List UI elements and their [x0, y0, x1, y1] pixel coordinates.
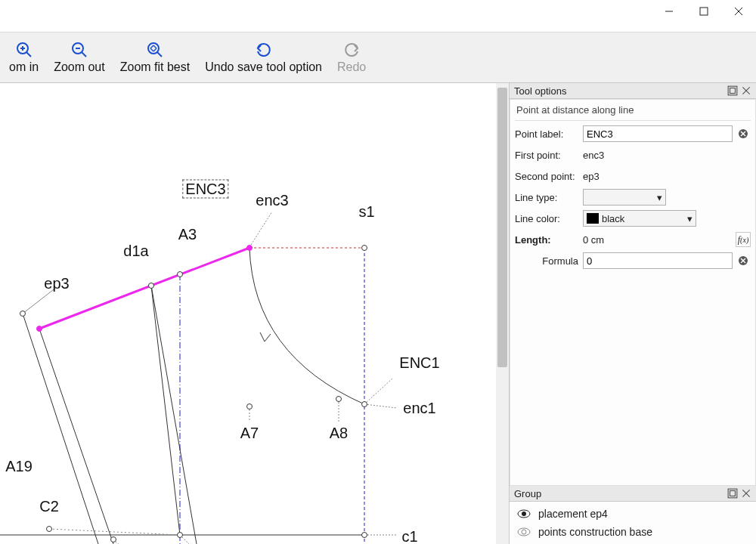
close-panel-icon[interactable] — [741, 488, 751, 499]
line-type-select[interactable]: ▾ — [583, 189, 666, 206]
formula-input[interactable] — [583, 252, 733, 269]
main-area: ENC3 enc3 s1 A3 d1a ep3 ENC1 enc1 A7 A8 … — [0, 83, 756, 544]
canvas-point[interactable] — [110, 536, 116, 542]
redo-button[interactable]: Redo — [331, 38, 372, 77]
canvas-point[interactable] — [246, 403, 253, 410]
svg-line-18 — [49, 529, 180, 535]
canvas-point[interactable] — [336, 396, 342, 402]
group-item-label: placement ep4 — [538, 508, 608, 520]
canvas-point[interactable] — [36, 326, 42, 332]
svg-point-49 — [522, 530, 526, 534]
maximize-button[interactable] — [686, 0, 721, 23]
svg-rect-43 — [730, 491, 736, 496]
second-point-value: ep3 — [583, 171, 600, 182]
svg-line-20 — [23, 314, 98, 544]
drawing-canvas[interactable]: ENC3 enc3 s1 A3 d1a ep3 ENC1 enc1 A7 A8 … — [0, 83, 509, 544]
zoom-in-icon — [15, 41, 33, 59]
first-point-value: enc3 — [583, 150, 604, 161]
point-label-input[interactable] — [583, 125, 733, 142]
zoom-fit-button[interactable]: Zoom fit best — [114, 38, 196, 77]
point-label-label: Point label: — [515, 128, 583, 140]
chevron-down-icon: ▾ — [687, 213, 692, 224]
zoom-in-button[interactable]: om in — [3, 38, 45, 77]
clear-formula-button[interactable] — [736, 253, 751, 268]
clear-point-label-button[interactable] — [736, 126, 751, 141]
zoom-out-button[interactable]: Zoom out — [48, 38, 111, 77]
undo-icon — [255, 41, 273, 59]
zoom-out-label: Zoom out — [54, 60, 105, 74]
vertical-scrollbar[interactable] — [496, 83, 509, 544]
point-label-A19[interactable]: A19 — [5, 458, 33, 475]
color-swatch — [587, 213, 599, 224]
canvas-wrap: ENC3 enc3 s1 A3 d1a ep3 ENC1 enc1 A7 A8 … — [0, 83, 510, 544]
line-type-label: Line type: — [515, 192, 583, 203]
minimize-button[interactable] — [652, 0, 686, 23]
canvas-point[interactable] — [361, 245, 367, 251]
undock-icon[interactable] — [727, 488, 738, 499]
point-label-ENC1[interactable]: ENC1 — [399, 354, 439, 372]
canvas-point[interactable] — [246, 245, 253, 251]
svg-line-12 — [157, 52, 162, 57]
svg-line-9 — [82, 52, 86, 57]
zoom-fit-label: Zoom fit best — [120, 60, 190, 74]
point-label-d1a[interactable]: d1a — [123, 243, 148, 260]
line-color-select[interactable]: black ▾ — [583, 210, 696, 227]
chevron-down-icon: ▾ — [657, 192, 662, 203]
eye-icon — [517, 509, 531, 518]
svg-line-13 — [39, 248, 249, 329]
svg-line-23 — [151, 286, 197, 544]
close-panel-icon[interactable] — [741, 85, 751, 96]
point-label-A8[interactable]: A8 — [330, 425, 348, 442]
canvas-point[interactable] — [177, 532, 183, 538]
scrollbar-thumb[interactable] — [497, 88, 507, 367]
right-panel: Tool options Point at distance along lin… — [510, 83, 756, 544]
canvas-point[interactable] — [361, 532, 367, 538]
undo-button[interactable]: Undo save tool option — [199, 38, 328, 77]
titlebar — [0, 0, 756, 32]
canvas-point[interactable] — [361, 401, 367, 407]
zoom-fit-icon — [146, 41, 164, 59]
tool-options-body: Point at distance along line Point label… — [510, 99, 756, 486]
length-value: 0 cm — [583, 234, 604, 246]
canvas-point[interactable] — [177, 271, 183, 277]
first-point-label: First point: — [515, 150, 583, 161]
point-label-A3[interactable]: A3 — [178, 226, 197, 243]
tool-options-title: Tool options — [514, 85, 566, 97]
svg-line-24 — [251, 212, 272, 245]
canvas-point[interactable] — [148, 283, 154, 289]
group-header: Group — [510, 486, 756, 502]
point-label-C2[interactable]: C2 — [39, 498, 59, 515]
group-title: Group — [514, 488, 541, 499]
svg-point-47 — [522, 512, 526, 516]
point-label-s1[interactable]: s1 — [358, 203, 374, 221]
eye-icon — [517, 527, 531, 536]
point-label-enc3[interactable]: enc3 — [256, 192, 288, 209]
toolbar: om in Zoom out Zoom fit best Undo save t… — [0, 32, 756, 83]
second-point-label: Second point: — [515, 171, 583, 182]
point-label-c1[interactable]: c1 — [401, 528, 417, 545]
redo-label: Redo — [337, 60, 366, 74]
tool-options-header: Tool options — [510, 83, 756, 99]
point-label-ENC3[interactable]: ENC3 — [182, 180, 228, 199]
point-label-enc1[interactable]: enc1 — [403, 400, 435, 417]
group-item-label: points construction base — [538, 526, 652, 538]
svg-rect-1 — [700, 8, 708, 15]
canvas-point[interactable] — [46, 526, 52, 532]
svg-line-26 — [364, 404, 397, 408]
redo-icon — [342, 41, 361, 59]
svg-line-5 — [26, 52, 31, 57]
undo-label: Undo save tool option — [205, 60, 322, 74]
point-label-A7[interactable]: A7 — [240, 425, 259, 442]
point-label-ep3[interactable]: ep3 — [44, 275, 69, 292]
tool-subtitle: Point at distance along line — [515, 103, 751, 121]
zoom-out-icon — [70, 41, 88, 59]
group-item[interactable]: placement ep4 — [513, 505, 753, 523]
group-item[interactable]: points construction base — [513, 523, 753, 541]
zoom-in-label: om in — [9, 60, 39, 74]
undock-icon[interactable] — [727, 85, 738, 96]
svg-line-25 — [364, 378, 393, 404]
canvas-lines — [0, 83, 509, 544]
close-button[interactable] — [721, 0, 756, 23]
canvas-point[interactable] — [20, 311, 26, 317]
formula-fx-button[interactable]: f(x) — [736, 232, 751, 247]
